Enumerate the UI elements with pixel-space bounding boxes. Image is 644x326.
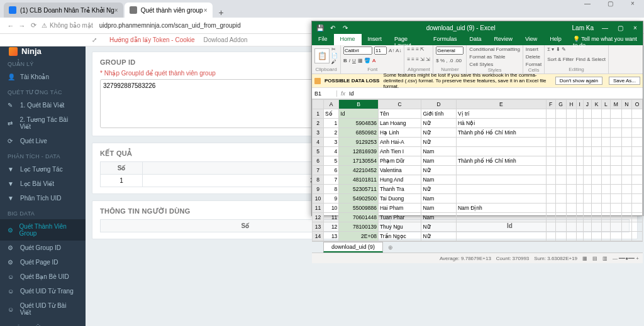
cell[interactable]: Thành phố Hồ Chí Minh	[456, 156, 546, 166]
cell[interactable]	[456, 232, 546, 241]
cell[interactable]: Id	[339, 109, 379, 119]
cell[interactable]: Nữ	[421, 119, 456, 128]
cell[interactable]: 10	[324, 204, 339, 213]
cell[interactable]: 8	[324, 185, 339, 194]
save-icon[interactable]: 💾	[316, 24, 325, 31]
cell[interactable]: Tuan Phar	[378, 213, 421, 222]
col-header[interactable]: J	[583, 100, 592, 109]
cell[interactable]: 1	[324, 119, 339, 128]
tell-me[interactable]: 💡 Tell me what you want to do	[568, 34, 643, 45]
ribbon-tab[interactable]: Review	[487, 34, 519, 45]
cell[interactable]: Nam	[421, 147, 456, 156]
col-header[interactable]: K	[592, 100, 602, 109]
redo-icon[interactable]: ↷	[341, 24, 350, 31]
col-header[interactable]: G	[555, 100, 566, 109]
cell[interactable]	[456, 175, 546, 185]
font-select[interactable]	[343, 46, 372, 55]
close-button[interactable]: ×	[628, 24, 643, 31]
cell[interactable]: 42210452	[339, 166, 379, 175]
cell[interactable]: Nam	[421, 194, 456, 204]
cell[interactable]	[456, 213, 546, 222]
ribbon-tab[interactable]: View	[519, 34, 543, 45]
col-header[interactable]: M	[610, 100, 621, 109]
cell[interactable]	[456, 185, 546, 194]
cell[interactable]: Nam	[421, 213, 456, 222]
cell[interactable]: Nam	[421, 175, 456, 185]
formula-input[interactable]: Id	[349, 90, 354, 97]
maximize-button[interactable]: ▢	[613, 24, 628, 31]
cell[interactable]: 55009886	[339, 204, 379, 213]
dont-show-button[interactable]: Don't show again	[555, 77, 602, 85]
sidebar-item[interactable]: ⟳Quét Live	[0, 134, 86, 148]
zoom-slider[interactable]: — ━━●━━ +	[613, 256, 639, 261]
add-sheet-icon[interactable]: ⊕	[383, 244, 398, 251]
excel-titlebar[interactable]: 💾↶↷ download_uid (9) - Excel Lam Ka —▢×	[312, 21, 643, 34]
cell[interactable]: 2E+08	[339, 232, 379, 241]
cell[interactable]	[456, 166, 546, 175]
col-header[interactable]: D	[421, 100, 456, 109]
cell[interactable]: 12	[324, 222, 339, 232]
cell[interactable]: 2	[324, 128, 339, 138]
cell[interactable]: 17130554	[339, 156, 379, 166]
ribbon-tab[interactable]: Formulas	[427, 34, 464, 45]
cell[interactable]	[456, 222, 546, 232]
ribbon-tab[interactable]: Help	[543, 34, 568, 45]
cell[interactable]: Thuy Ngu	[378, 222, 421, 232]
sidebar-item[interactable]: ⚙Quét Group ID	[0, 241, 86, 255]
cell[interactable]: Hai Pham	[378, 204, 421, 213]
security-warning[interactable]: ⚠ Không bảo mật	[42, 22, 93, 29]
col-header[interactable]: C	[378, 100, 421, 109]
format-cells[interactable]: Format	[526, 62, 541, 67]
bold-button[interactable]: B	[343, 58, 347, 63]
cell[interactable]: 48101811	[339, 175, 379, 185]
ribbon-tab[interactable]: Page Layout	[388, 34, 427, 45]
expand-icon[interactable]: ⤢	[92, 36, 101, 43]
reload-icon[interactable]: ⟳	[28, 21, 39, 30]
sidebar-item[interactable]: ⚙Quét Thành Viên Group	[0, 219, 86, 241]
cell[interactable]: Nam	[421, 156, 456, 166]
ribbon-tab[interactable]: Data	[463, 34, 487, 45]
cell[interactable]: 52305711	[339, 185, 379, 194]
cell[interactable]: Thành phố Hồ Chí Minh	[456, 128, 546, 138]
sidebar-item[interactable]: ☺Quét UID Từ Trang	[0, 284, 86, 298]
sheet-tab[interactable]: download_uid (9)	[323, 242, 383, 253]
ribbon-tab[interactable]: Insert	[362, 34, 389, 45]
cell[interactable]: Số	[324, 109, 339, 119]
sidebar-item[interactable]: ✎1. Quét Bài Viết	[0, 98, 86, 112]
cell[interactable]: Nam	[421, 204, 456, 213]
cell[interactable]: 11	[324, 213, 339, 222]
sidebar-item[interactable]: ▼Lọc Bài Viết	[0, 177, 86, 191]
ribbon-tab[interactable]: Home	[334, 34, 362, 45]
cell[interactable]: 13	[324, 232, 339, 241]
view-break-icon[interactable]: ▥	[602, 256, 608, 261]
cell[interactable]: Anh Tien I	[378, 147, 421, 156]
back-icon[interactable]: ←	[5, 22, 16, 30]
cell[interactable]: Valentina	[378, 166, 421, 175]
cell[interactable]: Anh Hai-A	[378, 138, 421, 147]
cell[interactable]: Nữ	[421, 185, 456, 194]
insert-cells[interactable]: Insert	[526, 46, 538, 52]
cell[interactable]: 6850982	[339, 128, 379, 138]
cell[interactable]: 3	[324, 138, 339, 147]
col-header[interactable]: N	[621, 100, 631, 109]
sidebar-item[interactable]: ▼Phân Tích UID	[0, 191, 86, 205]
col-header[interactable]: I	[576, 100, 583, 109]
cell[interactable]: Hung And	[378, 175, 421, 185]
cell[interactable]	[456, 194, 546, 204]
save-as-button[interactable]: Save As...	[609, 77, 640, 85]
cell[interactable]: Hà Nội	[456, 119, 546, 128]
sidebar-item[interactable]: ▼Lọc Tương Tác	[0, 162, 86, 177]
undo-icon[interactable]: ↶	[328, 24, 337, 31]
new-tab-button[interactable]: +	[214, 8, 229, 18]
minimize-button[interactable]: —	[576, 0, 599, 13]
fx-icon[interactable]: fx	[337, 90, 349, 97]
col-header[interactable]: F	[546, 100, 555, 109]
logo[interactable]: Ninja	[0, 46, 86, 56]
delete-cells[interactable]: Delete	[526, 54, 540, 60]
cell[interactable]: 5904836	[339, 119, 379, 128]
token-guide-link[interactable]: Hướng dẫn lấy Token - Cookie	[109, 36, 195, 43]
cell[interactable]: Nữ	[421, 232, 456, 241]
cut-icon[interactable]: ✂	[331, 46, 338, 52]
close-icon[interactable]: ×	[114, 7, 118, 14]
col-header[interactable]: O	[631, 100, 642, 109]
